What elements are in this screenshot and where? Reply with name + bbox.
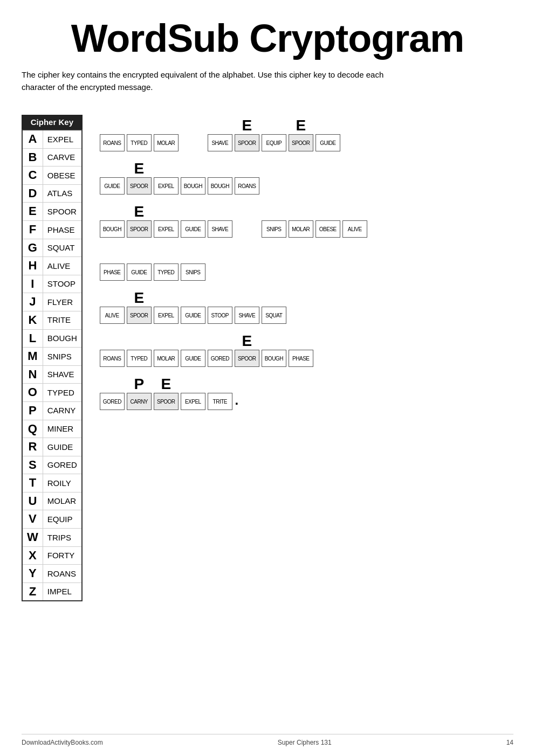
decoded-letter (262, 330, 286, 350)
crypto-cell: SHAVE (208, 201, 232, 238)
cipher-letter: X (22, 546, 43, 565)
decoded-letter: P (127, 373, 152, 393)
encoded-word: MOLAR (289, 220, 313, 238)
cipher-letter: D (22, 184, 43, 203)
cipher-letter: R (22, 438, 43, 456)
encoded-word: SPOOR (235, 350, 259, 367)
crypto-cell: ESPOOR (289, 115, 313, 151)
crypto-cell: EXPEL (154, 158, 179, 195)
crypto-cell: MOLAR (289, 201, 313, 238)
decoded-letter (100, 115, 125, 134)
decoded-letter (235, 287, 259, 307)
encoded-word: SPOOR (127, 177, 152, 195)
encoded-word: SPOOR (127, 307, 152, 324)
page-title: WordSub Cryptogram (22, 16, 513, 60)
cipher-word: ROANS (43, 565, 82, 583)
decoded-letter (262, 201, 286, 220)
decoded-letter (289, 330, 313, 350)
encoded-word: SPOOR (289, 134, 313, 151)
decoded-letter (181, 158, 205, 177)
cipher-letter: Q (22, 420, 43, 438)
cipher-word: STOOP (43, 275, 82, 293)
encoded-word: SQUAT (262, 307, 286, 324)
encoded-word: ROANS (235, 177, 259, 195)
cipher-word: TRITE (43, 311, 82, 329)
cipher-letter: U (22, 492, 43, 510)
decoded-letter: E (235, 330, 259, 350)
footer: DownloadActivityBooks.com Super Ciphers … (22, 734, 513, 746)
cipher-word: EQUIP (43, 510, 82, 529)
cipher-letter: Y (22, 565, 43, 583)
cipher-word: ATLAS (43, 184, 82, 203)
crypto-cell: GUIDE (181, 201, 205, 238)
cipher-letter: H (22, 257, 43, 275)
encoded-word: BOUGH (100, 220, 125, 238)
crypto-cell: EXPEL (154, 201, 179, 238)
cipher-word: SQUAT (43, 239, 82, 257)
cipher-letter: S (22, 456, 43, 474)
crypto-cell: EXPEL (154, 287, 179, 324)
description: The cipher key contains the encrypted eq… (22, 69, 399, 93)
cipher-letter: T (22, 474, 43, 493)
decoded-letter: E (127, 287, 152, 307)
crypto-cell: ALIVE (100, 287, 125, 324)
footer-center: Super Ciphers 131 (278, 739, 332, 746)
cipher-letter: J (22, 293, 43, 311)
decoded-letter: E (289, 115, 313, 134)
encoded-word: TYPED (127, 134, 152, 151)
decoded-letter (315, 201, 340, 220)
decoded-letter (208, 330, 232, 350)
crypto-cell: MOLAR (154, 330, 179, 367)
encoded-word: STOOP (208, 307, 232, 324)
decoded-letter (208, 201, 232, 220)
cipher-word: CARVE (43, 148, 82, 167)
encoded-word: ALIVE (342, 220, 367, 238)
cipher-word: BOUGH (43, 329, 82, 348)
encoded-word: TYPED (127, 350, 152, 367)
encoded-word: GUIDE (127, 263, 152, 281)
crypto-cell: ROANS (235, 158, 259, 195)
crypto-cell: GUIDE (100, 158, 125, 195)
cipher-word: ROILY (43, 474, 82, 493)
cipher-letter: N (22, 365, 43, 384)
period: . (234, 393, 240, 410)
main-content: Cipher Key AEXPELBCARVECOBESEDATLASESPOO… (22, 115, 513, 601)
cipher-letter: V (22, 510, 43, 529)
cipher-word: SPOOR (43, 203, 82, 221)
cipher-letter: O (22, 384, 43, 402)
decoded-letter (100, 330, 125, 350)
cipher-letter: L (22, 329, 43, 348)
crypto-cell: BOUGH (262, 330, 286, 367)
cipher-letter: K (22, 311, 43, 329)
crypto-cell: ROANS (100, 115, 125, 151)
decoded-letter (127, 244, 152, 263)
encoded-word: BOUGH (262, 350, 286, 367)
decoded-letter (100, 201, 125, 220)
encoded-word: SPOOR (235, 134, 259, 151)
decoded-letter (208, 287, 232, 307)
cipher-letter: Z (22, 582, 43, 601)
encoded-word: OBESE (315, 220, 340, 238)
encoded-word: SPOOR (154, 393, 179, 410)
decoded-letter (235, 158, 259, 177)
encoded-word: GUIDE (181, 307, 205, 324)
decoded-letter: E (127, 201, 152, 220)
crypto-cell: GUIDE (127, 244, 152, 281)
crypto-cell: ESPOOR (235, 330, 259, 367)
cipher-letter: E (22, 203, 43, 221)
decoded-letter (181, 287, 205, 307)
crypto-cell: PHASE (100, 244, 125, 281)
encoded-word: SHAVE (208, 134, 232, 151)
crypto-row: BOUGHESPOOREXPELGUIDESHAVESNIPSMOLAROBES… (99, 201, 513, 240)
crypto-cell: BOUGH (100, 201, 125, 238)
encoded-word: ALIVE (100, 307, 125, 324)
decoded-letter (208, 115, 232, 134)
encoded-word: PHASE (289, 350, 313, 367)
crypto-cell: TYPED (127, 330, 152, 367)
empty-cell (235, 201, 259, 238)
decoded-letter (289, 201, 313, 220)
decoded-letter (100, 244, 125, 263)
cipher-letter: A (22, 130, 43, 148)
crypto-cell: TYPED (127, 115, 152, 151)
encoded-word: BOUGH (181, 177, 205, 195)
